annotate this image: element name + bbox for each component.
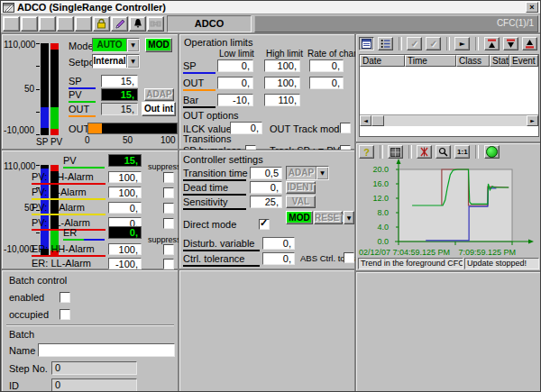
pv-hh-suppress-checkbox[interactable]	[163, 172, 174, 183]
column-header-date[interactable]: Date	[360, 55, 405, 67]
pv-label: PV	[63, 155, 105, 169]
occupied-checkbox[interactable]	[60, 309, 70, 320]
mode-select[interactable]: AUTO ▼	[92, 38, 140, 52]
bar-low-field[interactable]: -10,	[217, 94, 253, 106]
first-message-button[interactable]	[484, 37, 500, 50]
scroll-right-icon[interactable]: ►	[527, 115, 538, 126]
toolbar-button-blank[interactable]	[3, 16, 20, 32]
chevron-down-icon[interactable]: ▼	[126, 39, 139, 51]
direct-mode-checkbox[interactable]: ✓	[259, 219, 270, 230]
out-low-field[interactable]: 0,	[217, 77, 253, 89]
column-header-status[interactable]: Status	[490, 55, 509, 67]
alarm-table: Date Time Class Status Event ◄ ►	[359, 54, 539, 137]
sp-bargraph	[41, 43, 49, 135]
mod-button[interactable]: MOD	[286, 211, 313, 224]
column-header-time[interactable]: Time	[405, 55, 456, 67]
ilck-value-field[interactable]: 0,	[230, 122, 262, 134]
step-no-field[interactable]: 0	[51, 361, 137, 375]
ctrl-tolerance-field[interactable]: 0,	[262, 252, 295, 265]
scrollbar-thumb[interactable]	[371, 115, 384, 126]
bar-high-field[interactable]: 110,	[264, 94, 300, 106]
prev-message-button[interactable]	[503, 37, 518, 50]
toolbar-button-blank[interactable]	[21, 16, 38, 32]
pv-h-suppress-checkbox[interactable]	[163, 187, 174, 198]
mod-indicator-button[interactable]: MOD	[145, 38, 172, 52]
alarm-toolbar: ✓ ✓ ►	[359, 37, 541, 50]
lock-button[interactable]	[93, 16, 110, 32]
message-list-button[interactable]	[378, 37, 393, 50]
next-message-icon	[525, 39, 535, 49]
er-ll-alarm-field[interactable]: -100,	[108, 258, 142, 269]
alarm-hscrollbar[interactable]: ◄ ►	[360, 114, 538, 126]
setpoint-select[interactable]: Internal ▼	[92, 54, 140, 68]
device-button[interactable]	[147, 16, 164, 32]
ack-button[interactable]: ✓	[407, 37, 422, 50]
tag-name-field[interactable]: ADCO	[167, 15, 252, 32]
ack-all-button[interactable]: ✓	[426, 37, 441, 50]
dead-time-field[interactable]: 0,	[250, 181, 282, 194]
column-header-event[interactable]: Event	[509, 55, 538, 67]
pv-h-alarm-field[interactable]: 100,	[108, 187, 142, 198]
x-end-label: 7:09:59.125 PM	[453, 248, 516, 257]
sp-high-field[interactable]: 100,	[264, 59, 300, 72]
out-value-field[interactable]: 15,	[101, 103, 138, 115]
batch-id-field[interactable]: 0	[51, 378, 137, 392]
pv-hh-alarm-field[interactable]: 100,	[108, 171, 142, 183]
empty-panel	[355, 271, 541, 392]
transitions-title: Transitions	[183, 133, 231, 144]
transition-time-field[interactable]: 0,5	[250, 167, 282, 179]
out-high-field[interactable]: 100,	[264, 77, 300, 89]
pv-l-alarm-field[interactable]: 0,	[108, 202, 142, 214]
next-message-button[interactable]	[522, 37, 537, 50]
message-page-button[interactable]	[359, 37, 374, 50]
enabled-checkbox[interactable]	[60, 292, 70, 303]
abs-ctrl-tolerance-checkbox[interactable]	[344, 252, 354, 263]
alarm-button[interactable]	[129, 16, 146, 32]
chevron-down-icon[interactable]: ▼	[316, 167, 328, 179]
one-to-one-icon: 1:1	[457, 148, 468, 156]
trend-svg	[392, 156, 538, 250]
ident-button[interactable]: IDENT	[286, 181, 316, 194]
out-track-mode-checkbox[interactable]	[340, 123, 351, 133]
dead-time-label: Dead time	[183, 182, 246, 196]
scale-mid-label: 50	[4, 84, 34, 94]
faceplate-main: 110,000 50 -10,000 SP PV Mode AUTO ▼ MOD…	[1, 33, 541, 392]
transition-time-label: Transition time	[183, 168, 246, 181]
reset-button[interactable]: RESET	[314, 211, 343, 224]
adap-button[interactable]: ADAP	[144, 88, 174, 101]
out-bargraph	[87, 123, 178, 134]
direct-mode-label: Direct mode	[183, 219, 236, 230]
er-ll-suppress-checkbox[interactable]	[163, 259, 174, 269]
disturb-variable-field[interactable]: 0,	[262, 237, 295, 250]
er-hh-alarm-field[interactable]: 100,	[108, 243, 142, 255]
sensitivity-field[interactable]: 25,	[250, 196, 282, 208]
alarm-table-body[interactable]	[360, 67, 538, 114]
low-limit-header: Low limit	[219, 49, 254, 59]
er-hh-suppress-checkbox[interactable]	[163, 244, 174, 255]
disturb-variable-label: Disturb. variable	[183, 238, 260, 251]
out-int-button[interactable]: Out int	[142, 102, 176, 116]
pen-button[interactable]	[111, 16, 128, 32]
loop-in-alarm-button[interactable]: ►	[454, 37, 470, 50]
first-message-icon	[487, 39, 497, 49]
pv-ll-suppress-checkbox[interactable]	[163, 218, 174, 229]
adap-select[interactable]: ADAP ▼	[286, 166, 329, 180]
sp-rate-field[interactable]: 0,	[309, 59, 344, 72]
help-button[interactable]: ?	[359, 145, 374, 159]
close-button[interactable]: ×	[526, 2, 538, 13]
alarm-list-panel: ✓ ✓ ► Date Time Class Status Event	[355, 33, 541, 142]
chevron-down-icon[interactable]: ▼	[344, 211, 354, 224]
batch-name-field[interactable]	[38, 343, 175, 357]
sp-low-field[interactable]: 0,	[217, 59, 253, 72]
scroll-left-icon[interactable]: ◄	[360, 115, 371, 126]
toolbar-button-blank[interactable]	[39, 16, 56, 32]
sp-value-field[interactable]: 15,	[101, 75, 138, 87]
toolbar-button-blank[interactable]	[57, 16, 74, 32]
out-rate-field[interactable]: 0,	[309, 77, 344, 89]
toolbar-button-blank[interactable]	[75, 16, 92, 32]
empty-panel	[179, 269, 355, 392]
column-header-class[interactable]: Class	[456, 55, 490, 67]
pv-l-suppress-checkbox[interactable]	[163, 203, 174, 214]
val-button[interactable]: VAL	[286, 196, 316, 208]
chevron-down-icon[interactable]: ▼	[126, 55, 139, 68]
